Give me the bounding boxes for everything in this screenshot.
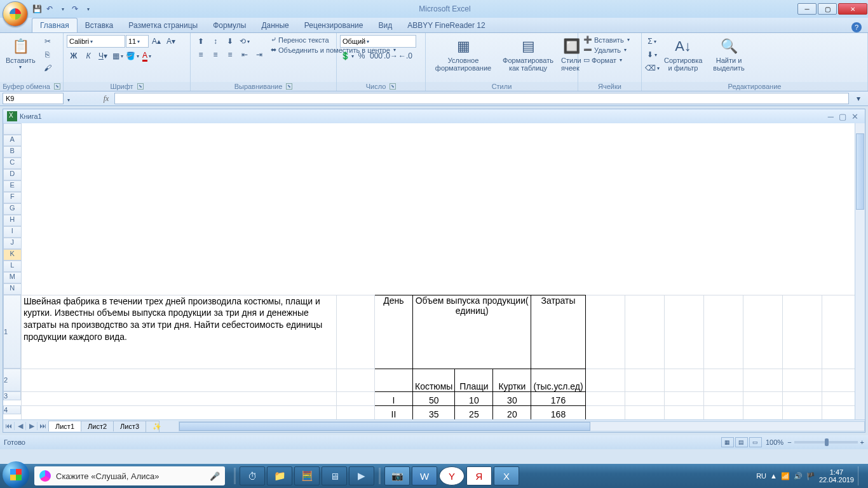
sheet-nav-last[interactable]: ⏭ [37, 422, 49, 430]
italic-button[interactable]: К [81, 50, 95, 62]
namebox-dropdown[interactable] [66, 93, 70, 104]
help-icon[interactable]: ? [851, 22, 862, 32]
col-header[interactable]: H [3, 215, 22, 226]
indent-inc-icon[interactable]: ⇥ [252, 48, 266, 61]
wb-minimize[interactable]: ─ [828, 112, 834, 121]
format-as-table-button[interactable]: ▤Форматировать как таблицу [500, 35, 556, 73]
font-launcher[interactable]: ⬊ [137, 83, 144, 90]
align-center-icon[interactable]: ≡ [208, 48, 222, 61]
row-header[interactable]: 2 [3, 369, 21, 391]
minimize-button[interactable]: ─ [797, 3, 817, 15]
insert-cells-button[interactable]: ➕Вставить [581, 35, 632, 44]
align-right-icon[interactable]: ≡ [223, 48, 237, 61]
font-color-button[interactable]: A [140, 50, 154, 62]
taskbar-app[interactable]: ▶ [349, 466, 374, 485]
orientation-icon[interactable]: ⟲ [238, 35, 252, 48]
taskbar-app[interactable]: 📷 [384, 466, 410, 485]
insert-sheet-tab[interactable]: ✨ [146, 421, 159, 432]
row-header[interactable]: 3 [3, 391, 21, 400]
zoom-out-icon[interactable]: − [787, 438, 791, 446]
col-header[interactable]: N [3, 283, 22, 295]
expand-formula-bar[interactable]: ▾ [851, 92, 865, 105]
col-header[interactable]: D [3, 169, 22, 180]
col-header[interactable]: B [3, 146, 22, 158]
tab-insert[interactable]: Вставка [78, 18, 121, 32]
cell-C1[interactable]: День [375, 295, 413, 369]
lang-indicator[interactable]: RU [756, 472, 766, 480]
col-header[interactable]: G [3, 203, 22, 215]
alice-searchbox[interactable]: Скажите «Слушай, Алиса» 🎤 [34, 466, 225, 485]
taskbar-excel[interactable]: X [494, 466, 519, 485]
cell-E2[interactable]: Плащи [455, 369, 493, 391]
maximize-button[interactable]: ▢ [818, 3, 837, 15]
office-button[interactable] [3, 1, 28, 27]
bold-button[interactable]: Ж [67, 50, 81, 62]
tab-abbyy[interactable]: ABBYY FineReader 12 [400, 18, 493, 32]
indent-dec-icon[interactable]: ⇤ [238, 48, 252, 61]
cell-D1[interactable]: Объем выпуска продукции( единиц) [413, 295, 531, 369]
col-header[interactable]: A [3, 135, 22, 146]
col-header[interactable]: I [3, 226, 22, 238]
fx-icon[interactable]: fx [100, 93, 112, 104]
sort-filter-button[interactable]: A↓Сортировка и фильтр [661, 35, 705, 73]
wb-close[interactable]: ✕ [851, 112, 858, 121]
align-middle-icon[interactable]: ↕ [208, 35, 222, 48]
cell-D2[interactable]: Костюмы [413, 369, 455, 391]
grow-font-icon[interactable]: A▴ [149, 35, 163, 48]
format-painter-icon[interactable]: 🖌 [41, 62, 55, 74]
network-icon[interactable]: 📶 [781, 472, 790, 480]
select-all-corner[interactable] [3, 123, 22, 135]
col-header[interactable]: E [3, 180, 22, 192]
currency-icon[interactable]: 💲 [340, 50, 354, 62]
undo-dropdown[interactable] [57, 4, 67, 14]
alignment-launcher[interactable]: ⬊ [286, 83, 292, 90]
view-layout-icon[interactable]: ▤ [735, 437, 748, 447]
zoom-in-icon[interactable]: + [860, 438, 864, 446]
taskbar-word[interactable]: W [412, 466, 437, 485]
mic-icon[interactable]: 🎤 [210, 471, 220, 481]
border-button[interactable]: ▦ [111, 50, 125, 62]
qat-customize[interactable] [83, 4, 93, 14]
taskbar-yandex[interactable]: Y [439, 466, 465, 485]
spreadsheet-grid[interactable]: A B C D E F G H I J K L M N 1 Швейная фа… [3, 123, 865, 419]
col-header[interactable]: C [3, 158, 22, 169]
copy-icon[interactable]: ⎘ [41, 48, 55, 61]
sheet-tab[interactable]: Лист2 [81, 421, 114, 431]
save-icon[interactable]: 💾 [32, 4, 42, 14]
cell-G1[interactable]: Затраты [531, 295, 585, 369]
view-normal-icon[interactable]: ▦ [721, 437, 734, 447]
tab-formulas[interactable]: Формулы [205, 18, 254, 32]
flag-icon[interactable]: 🏴 [806, 472, 815, 480]
sheet-tab[interactable]: Лист3 [113, 421, 146, 431]
taskbar-app[interactable]: 🧮 [294, 466, 320, 485]
align-top-icon[interactable]: ⬆ [194, 35, 208, 48]
cell-A1[interactable]: Швейная фабрика в течении трех дней прои… [22, 295, 337, 369]
number-format-picker[interactable]: Общий [340, 35, 416, 48]
view-break-icon[interactable]: ▭ [749, 437, 762, 447]
clipboard-launcher[interactable]: ⬊ [54, 83, 60, 90]
clear-icon[interactable]: ⌫ [645, 62, 659, 74]
tab-layout[interactable]: Разметка страницы [121, 18, 205, 32]
start-button[interactable] [3, 461, 29, 488]
cell-G2[interactable]: (тыс.усл.ед) [531, 369, 585, 391]
comma-icon[interactable]: 000 [369, 50, 383, 62]
tray-icon[interactable]: ▲ [770, 472, 777, 480]
delete-cells-button[interactable]: ➖Удалить [581, 45, 628, 55]
sheet-tab[interactable]: Лист1 [48, 421, 81, 431]
wb-restore[interactable]: ▢ [839, 112, 846, 121]
close-button[interactable]: ✕ [838, 3, 867, 15]
horizontal-scrollbar[interactable] [179, 421, 865, 431]
col-header[interactable]: L [3, 261, 22, 272]
taskbar-app[interactable]: 🖥 [322, 466, 347, 485]
number-launcher[interactable]: ⬊ [390, 83, 396, 90]
increase-decimal-icon[interactable]: .0→ [384, 50, 398, 62]
col-header[interactable]: F [3, 192, 22, 203]
col-header[interactable]: K [3, 249, 22, 261]
taskbar-app[interactable]: 📁 [267, 466, 292, 485]
autosum-icon[interactable]: Σ [645, 35, 659, 48]
conditional-formatting-button[interactable]: ▦Условное форматирование [429, 35, 498, 73]
sheet-nav-prev[interactable]: ◀ [15, 422, 26, 430]
formula-input[interactable] [114, 93, 849, 104]
tab-home[interactable]: Главная [32, 18, 78, 32]
col-header[interactable]: J [3, 238, 22, 249]
